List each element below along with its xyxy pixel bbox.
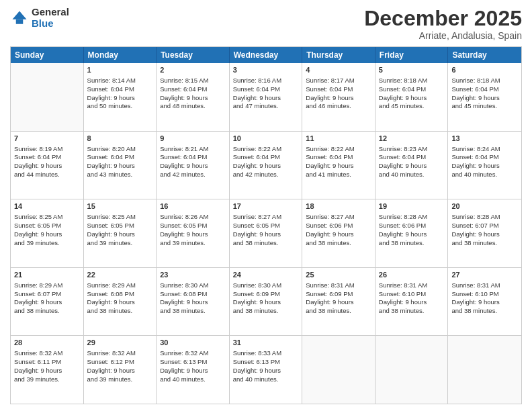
day-number: 24: [233, 270, 299, 280]
day-number: 5: [379, 65, 445, 75]
day-info: Sunrise: 8:27 AM Sunset: 6:06 PM Dayligh…: [306, 213, 354, 246]
day-number: 15: [87, 201, 153, 212]
calendar-cell: 12Sunrise: 8:23 AM Sunset: 6:04 PM Dayli…: [375, 132, 449, 199]
calendar-cell: 18Sunrise: 8:27 AM Sunset: 6:06 PM Dayli…: [302, 199, 375, 267]
day-number: 25: [306, 270, 371, 280]
day-number: 8: [87, 134, 153, 144]
day-number: 22: [87, 270, 153, 280]
day-number: 26: [379, 270, 445, 280]
calendar-cell: 9Sunrise: 8:21 AM Sunset: 6:04 PM Daylig…: [157, 132, 230, 199]
day-number: 31: [233, 338, 299, 348]
day-info: Sunrise: 8:20 AM Sunset: 6:04 PM Dayligh…: [87, 145, 136, 178]
day-info: Sunrise: 8:21 AM Sunset: 6:04 PM Dayligh…: [160, 145, 208, 178]
day-info: Sunrise: 8:25 AM Sunset: 6:05 PM Dayligh…: [14, 213, 62, 246]
day-number: 12: [379, 134, 445, 144]
calendar-cell: 24Sunrise: 8:30 AM Sunset: 6:09 PM Dayli…: [230, 268, 303, 336]
day-number: 7: [14, 134, 80, 144]
calendar-cell: 25Sunrise: 8:31 AM Sunset: 6:09 PM Dayli…: [302, 268, 375, 336]
calendar-cell: 22Sunrise: 8:29 AM Sunset: 6:08 PM Dayli…: [84, 268, 157, 336]
day-number: 2: [160, 65, 226, 75]
calendar-cell: 13Sunrise: 8:24 AM Sunset: 6:04 PM Dayli…: [448, 132, 521, 199]
day-info: Sunrise: 8:19 AM Sunset: 6:04 PM Dayligh…: [14, 145, 62, 178]
day-number: 6: [451, 65, 518, 75]
calendar-header: SundayMondayTuesdayWednesdayThursdayFrid…: [11, 47, 521, 63]
header-day-sunday: Sunday: [11, 47, 84, 63]
calendar-cell: 31Sunrise: 8:33 AM Sunset: 6:13 PM Dayli…: [230, 336, 303, 404]
calendar-cell: 7Sunrise: 8:19 AM Sunset: 6:04 PM Daylig…: [11, 132, 84, 199]
day-number: 28: [14, 338, 80, 348]
day-number: 19: [379, 201, 445, 212]
day-number: 23: [160, 270, 226, 280]
title-block: December 2025 Arriate, Andalusia, Spain: [364, 7, 522, 41]
calendar-cell: [11, 63, 84, 131]
calendar-cell: 10Sunrise: 8:22 AM Sunset: 6:04 PM Dayli…: [230, 132, 303, 199]
calendar-cell: 21Sunrise: 8:29 AM Sunset: 6:07 PM Dayli…: [11, 268, 84, 336]
day-number: 10: [233, 134, 299, 144]
day-number: 27: [451, 270, 518, 280]
svg-rect-1: [16, 19, 24, 24]
day-info: Sunrise: 8:32 AM Sunset: 6:11 PM Dayligh…: [14, 349, 62, 382]
calendar-cell: [375, 336, 449, 404]
day-number: 14: [14, 201, 80, 212]
day-info: Sunrise: 8:26 AM Sunset: 6:05 PM Dayligh…: [160, 213, 208, 246]
calendar-cell: 11Sunrise: 8:22 AM Sunset: 6:04 PM Dayli…: [302, 132, 375, 199]
header-day-tuesday: Tuesday: [157, 47, 230, 63]
day-number: 4: [306, 65, 371, 75]
location-subtitle: Arriate, Andalusia, Spain: [364, 30, 522, 41]
day-info: Sunrise: 8:27 AM Sunset: 6:05 PM Dayligh…: [233, 213, 281, 246]
day-number: 30: [160, 338, 226, 348]
day-number: 21: [14, 270, 80, 280]
calendar-cell: 6Sunrise: 8:18 AM Sunset: 6:04 PM Daylig…: [448, 63, 521, 131]
day-number: 3: [233, 65, 299, 75]
day-number: 1: [87, 65, 153, 75]
calendar-cell: 5Sunrise: 8:18 AM Sunset: 6:04 PM Daylig…: [375, 63, 449, 131]
calendar-row-0: 1Sunrise: 8:14 AM Sunset: 6:04 PM Daylig…: [11, 63, 521, 132]
calendar-cell: 19Sunrise: 8:28 AM Sunset: 6:06 PM Dayli…: [375, 199, 449, 267]
calendar-cell: [302, 336, 375, 404]
calendar-cell: 20Sunrise: 8:28 AM Sunset: 6:07 PM Dayli…: [448, 199, 521, 267]
day-info: Sunrise: 8:18 AM Sunset: 6:04 PM Dayligh…: [451, 77, 500, 109]
day-number: 18: [306, 201, 371, 212]
calendar-cell: 3Sunrise: 8:16 AM Sunset: 6:04 PM Daylig…: [230, 63, 303, 131]
day-info: Sunrise: 8:32 AM Sunset: 6:12 PM Dayligh…: [87, 349, 136, 382]
header-day-thursday: Thursday: [302, 47, 375, 63]
day-info: Sunrise: 8:25 AM Sunset: 6:05 PM Dayligh…: [87, 213, 136, 246]
calendar-page: General Blue December 2025 Arriate, Anda…: [0, 0, 532, 411]
day-info: Sunrise: 8:24 AM Sunset: 6:04 PM Dayligh…: [451, 145, 500, 178]
day-info: Sunrise: 8:23 AM Sunset: 6:04 PM Dayligh…: [379, 145, 427, 178]
day-info: Sunrise: 8:28 AM Sunset: 6:07 PM Dayligh…: [451, 213, 500, 246]
calendar-cell: 4Sunrise: 8:17 AM Sunset: 6:04 PM Daylig…: [302, 63, 375, 131]
day-info: Sunrise: 8:29 AM Sunset: 6:07 PM Dayligh…: [14, 281, 62, 314]
day-info: Sunrise: 8:30 AM Sunset: 6:09 PM Dayligh…: [233, 281, 281, 314]
calendar-cell: 17Sunrise: 8:27 AM Sunset: 6:05 PM Dayli…: [230, 199, 303, 267]
calendar-row-2: 14Sunrise: 8:25 AM Sunset: 6:05 PM Dayli…: [11, 199, 521, 268]
calendar-cell: 8Sunrise: 8:20 AM Sunset: 6:04 PM Daylig…: [84, 132, 157, 199]
day-info: Sunrise: 8:16 AM Sunset: 6:04 PM Dayligh…: [233, 77, 281, 109]
calendar: SundayMondayTuesdayWednesdayThursdayFrid…: [10, 46, 522, 404]
calendar-cell: 2Sunrise: 8:15 AM Sunset: 6:04 PM Daylig…: [157, 63, 230, 131]
day-info: Sunrise: 8:32 AM Sunset: 6:13 PM Dayligh…: [160, 349, 208, 382]
day-number: 11: [306, 134, 371, 144]
logo-icon: [10, 9, 29, 28]
day-info: Sunrise: 8:33 AM Sunset: 6:13 PM Dayligh…: [233, 349, 281, 382]
day-number: 16: [160, 201, 226, 212]
day-number: 17: [233, 201, 299, 212]
day-info: Sunrise: 8:15 AM Sunset: 6:04 PM Dayligh…: [160, 77, 208, 109]
logo: General Blue: [10, 7, 69, 29]
calendar-cell: 1Sunrise: 8:14 AM Sunset: 6:04 PM Daylig…: [84, 63, 157, 131]
day-info: Sunrise: 8:22 AM Sunset: 6:04 PM Dayligh…: [233, 145, 281, 178]
calendar-cell: [448, 336, 521, 404]
svg-marker-0: [13, 11, 27, 19]
logo-text: General Blue: [32, 7, 69, 29]
day-number: 20: [451, 201, 518, 212]
calendar-cell: 30Sunrise: 8:32 AM Sunset: 6:13 PM Dayli…: [157, 336, 230, 404]
day-number: 9: [160, 134, 226, 144]
calendar-row-3: 21Sunrise: 8:29 AM Sunset: 6:07 PM Dayli…: [11, 268, 521, 336]
header-day-monday: Monday: [84, 47, 157, 63]
header-day-wednesday: Wednesday: [230, 47, 303, 63]
calendar-cell: 16Sunrise: 8:26 AM Sunset: 6:05 PM Dayli…: [157, 199, 230, 267]
day-number: 13: [451, 134, 518, 144]
day-info: Sunrise: 8:28 AM Sunset: 6:06 PM Dayligh…: [379, 213, 427, 246]
day-info: Sunrise: 8:14 AM Sunset: 6:04 PM Dayligh…: [87, 77, 136, 109]
day-number: 29: [87, 338, 153, 348]
